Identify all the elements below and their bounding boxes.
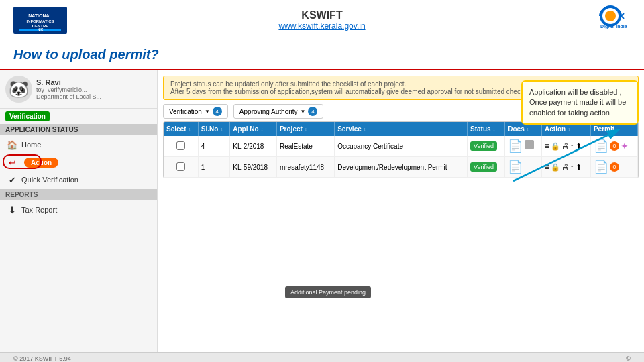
row2-select[interactable]: [164, 157, 198, 178]
site-url[interactable]: www.kswift.kerala.gov.in: [278, 21, 365, 31]
download-icon: ⬇: [7, 204, 17, 215]
nic-logo: NATIONAL INFORMATICS CENTRE NIC: [13, 7, 67, 34]
sidebar-item-quick-verification[interactable]: ✔ Quick Verification: [0, 170, 157, 189]
action-icon: ↩: [7, 157, 17, 168]
col-service: Service ↕: [335, 122, 468, 136]
action-button[interactable]: Action: [24, 158, 58, 168]
doc-icon-2: [525, 140, 534, 149]
svg-text:Digital India: Digital India: [600, 24, 627, 29]
col-applno: Appl No ↕: [230, 122, 277, 136]
svg-text:INFORMATICS: INFORMATICS: [26, 19, 54, 23]
footer: © 2017 KSWIFT-5.94 ©: [0, 352, 644, 362]
col-slno: Sl.No ↕: [198, 122, 229, 136]
star-icon: ✦: [621, 141, 629, 152]
header-center: KSWIFT www.kswift.kerala.gov.in: [278, 9, 365, 31]
row2-project: mresafety1148: [276, 157, 334, 178]
avatar-icon: 🐼: [9, 80, 29, 99]
quick-verification-icon: ✔: [7, 174, 17, 185]
row2-slno: 1: [198, 157, 229, 178]
footer-copyright-icon: ©: [626, 355, 631, 362]
upload-icon[interactable]: ↑: [570, 142, 574, 150]
app-status-label: APPLICATION STATUS: [0, 124, 157, 135]
up-arrow-icon[interactable]: ⬆: [576, 142, 582, 151]
verification-filter[interactable]: Verification ▼ 4: [163, 104, 228, 119]
user-name: S. Ravi: [36, 78, 101, 86]
row2-checkbox[interactable]: [176, 162, 185, 171]
quick-verification-label: Quick Verification: [21, 176, 78, 184]
doc-icon-r2: 📄: [508, 160, 523, 174]
lock-icon-r2[interactable]: 🔒: [551, 163, 560, 172]
sidebar: 🐼 S. Ravi toy_verifymeridio... Departmen…: [0, 70, 158, 352]
row1-applno: KL-2/2018: [230, 136, 277, 157]
applications-table: Select ↕ Sl.No ↕ Appl No ↕ Project ↕ Ser…: [163, 121, 639, 178]
col-project: Project ↕: [276, 122, 334, 136]
upload-icon-r2[interactable]: ↑: [570, 163, 574, 171]
user-dept: Department of Local S...: [36, 93, 101, 100]
action-icons-row2: ≡ 🔒 🖨 ↑ ⬆: [545, 162, 588, 172]
list-icon-r2[interactable]: ≡: [545, 162, 549, 172]
svg-text:NATIONAL: NATIONAL: [28, 13, 52, 18]
sidebar-home-label: Home: [21, 141, 41, 149]
lock-icon[interactable]: 🔒: [551, 142, 560, 151]
nic-logo-section: NATIONAL INFORMATICS CENTRE NIC: [13, 7, 67, 34]
verified-badge: Verified: [470, 141, 497, 151]
user-info: S. Ravi toy_verifymeridio... Department …: [36, 78, 101, 100]
sidebar-item-action[interactable]: ↩ Action: [0, 154, 157, 170]
permit-doc-icon-r2: 📄: [594, 160, 608, 174]
row1-status: Verified: [468, 136, 505, 157]
row1-select[interactable]: [164, 136, 198, 157]
print-icon[interactable]: 🖨: [561, 142, 569, 150]
tooltip-callout: Application will be disabled , Once paym…: [521, 80, 639, 125]
permit-doc-icon: 📄: [594, 139, 608, 154]
table-row: 1 KL-59/2018 mresafety1148 Development/R…: [164, 157, 638, 178]
row1-service: Occupancy Certificate: [335, 136, 468, 157]
svg-text:NIC: NIC: [38, 27, 44, 32]
home-icon: 🏠: [7, 139, 17, 150]
row1-docs[interactable]: 📄: [505, 136, 542, 157]
permit-badge-r2: 0: [610, 162, 619, 172]
row2-service: Development/Redevelopment Permit: [335, 157, 468, 178]
row1-checkbox[interactable]: [176, 141, 185, 150]
sidebar-reports-label: REPORTS: [0, 189, 157, 200]
row2-docs[interactable]: 📄: [505, 157, 542, 178]
sidebar-item-home[interactable]: 🏠 Home: [0, 135, 157, 154]
avatar: 🐼: [5, 76, 32, 103]
user-email: toy_verifymeridio...: [36, 86, 101, 93]
digital-india-logo: Digital India: [570, 4, 631, 36]
col-select: Select ↕: [164, 122, 198, 136]
approving-authority-filter[interactable]: Approving Authority ▼ 4: [233, 104, 324, 119]
row2-applno: KL-59/2018: [230, 157, 277, 178]
col-status: Status ↕: [468, 122, 505, 136]
row1-permit: 📄 0 ✦: [590, 136, 637, 157]
verification-badge: Verification: [0, 109, 157, 124]
table-row: 4 KL-2/2018 RealEstate Occupancy Certifi…: [164, 136, 638, 157]
payment-pending-popup: Additional Payment pending: [285, 286, 371, 298]
print-icon-r2[interactable]: 🖨: [561, 163, 569, 171]
main-content: 🐼 S. Ravi toy_verifymeridio... Departmen…: [0, 70, 644, 352]
action-icons-row1: ≡ 🔒 🖨 ↑ ⬆: [545, 141, 588, 151]
content-area: Project status can be updated only after…: [158, 70, 644, 352]
sidebar-item-tax-report[interactable]: ⬇ Tax Report: [0, 200, 157, 219]
page-title: How to upload permit?: [0, 40, 644, 70]
row2-action: ≡ 🔒 🖨 ↑ ⬆: [542, 157, 591, 178]
row2-status: Verified: [468, 157, 505, 178]
doc-icon: 📄: [508, 139, 523, 153]
tax-report-label: Tax Report: [21, 206, 57, 214]
user-section: 🐼 S. Ravi toy_verifymeridio... Departmen…: [0, 70, 157, 109]
row2-permit: 📄 0: [590, 157, 637, 178]
row1-project: RealEstate: [276, 136, 334, 157]
tooltip-message: Application will be disabled , Once paym…: [529, 88, 626, 117]
site-title: KSWIFT: [278, 9, 365, 21]
row1-action: ≡ 🔒 🖨 ↑ ⬆: [542, 136, 591, 157]
svg-point-8: [605, 11, 616, 21]
verified-badge-2: Verified: [470, 162, 497, 172]
up-arrow-icon-r2[interactable]: ⬆: [576, 163, 582, 172]
footer-copyright: © 2017 KSWIFT-5.94: [13, 355, 71, 362]
row1-slno: 4: [198, 136, 229, 157]
list-icon[interactable]: ≡: [545, 141, 549, 151]
header: NATIONAL INFORMATICS CENTRE NIC KSWIFT w…: [0, 0, 644, 40]
permit-badge: 0: [610, 141, 619, 151]
